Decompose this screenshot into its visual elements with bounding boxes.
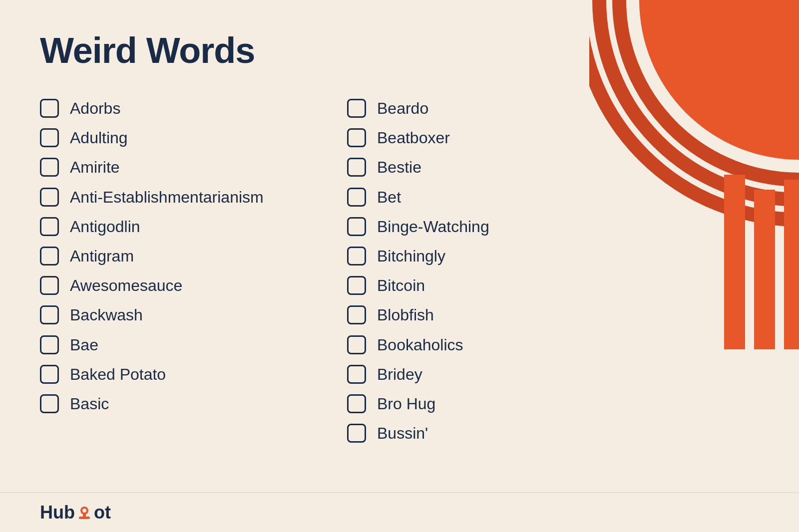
list-item[interactable]: Antigodlin <box>40 213 307 241</box>
word-label: Bookaholics <box>377 334 463 356</box>
word-label: Awesomesauce <box>70 275 182 296</box>
main-container: Weird Words Adorbs Adulting Amirite Anti… <box>0 0 799 532</box>
checkbox[interactable] <box>40 365 59 384</box>
word-label: Backwash <box>70 304 143 326</box>
checkbox[interactable] <box>40 188 59 207</box>
list-item[interactable]: Bet <box>347 184 614 211</box>
checkbox[interactable] <box>40 335 59 354</box>
svg-rect-10 <box>79 517 90 519</box>
list-item[interactable]: Binge-Watching <box>347 213 614 241</box>
checkbox[interactable] <box>40 217 59 236</box>
list-item[interactable]: Amirite <box>40 154 307 181</box>
checkbox[interactable] <box>40 305 59 324</box>
checkbox[interactable] <box>347 394 366 413</box>
list-item[interactable]: Bitcoin <box>347 272 614 299</box>
checkbox[interactable] <box>347 335 366 354</box>
word-label: Bitcoin <box>377 275 425 296</box>
column-right: Beardo Beatboxer Bestie Bet Binge-Watchi… <box>347 95 614 447</box>
checkbox[interactable] <box>347 99 366 118</box>
list-item[interactable]: Blobfish <box>347 301 614 329</box>
word-label: Adulting <box>70 127 128 149</box>
word-label: Anti-Establishmentarianism <box>70 187 264 208</box>
list-item[interactable]: Beardo <box>347 95 614 122</box>
word-label: Bro Hug <box>377 393 435 415</box>
list-item[interactable]: Adorbs <box>40 95 307 122</box>
hubspot-text-hub: Hub <box>40 502 75 523</box>
list-item[interactable]: Backwash <box>40 301 307 329</box>
list-item[interactable]: Bitchingly <box>347 243 614 270</box>
list-item[interactable]: Adulting <box>40 124 307 152</box>
checkbox[interactable] <box>347 247 366 266</box>
list-item[interactable]: Baked Potato <box>40 361 307 388</box>
checkbox[interactable] <box>347 217 366 236</box>
word-label: Antigodlin <box>70 216 140 238</box>
word-label: Amirite <box>70 157 120 178</box>
columns-wrapper: Adorbs Adulting Amirite Anti-Establishme… <box>40 95 614 447</box>
word-label: Bet <box>377 187 401 208</box>
checkbox[interactable] <box>347 305 366 324</box>
list-item[interactable]: Bestie <box>347 154 614 181</box>
list-item[interactable]: Basic <box>40 390 307 418</box>
svg-point-0 <box>639 0 799 160</box>
list-item[interactable]: Bridey <box>347 361 614 388</box>
word-label: Adorbs <box>70 98 120 119</box>
checkbox[interactable] <box>40 99 59 118</box>
checkbox[interactable] <box>40 158 59 177</box>
checkbox[interactable] <box>347 188 366 207</box>
list-item[interactable]: Bro Hug <box>347 390 614 418</box>
list-item[interactable]: Bae <box>40 331 307 359</box>
word-label: Binge-Watching <box>377 216 489 238</box>
list-item[interactable]: Awesomesauce <box>40 272 307 299</box>
word-label: Basic <box>70 393 109 415</box>
word-label: Bussin' <box>377 423 428 444</box>
list-item[interactable]: Bookaholics <box>347 331 614 359</box>
svg-point-8 <box>82 509 86 513</box>
list-item[interactable]: Beatboxer <box>347 124 614 152</box>
word-label: Bestie <box>377 157 421 178</box>
checkbox[interactable] <box>40 394 59 413</box>
checkbox[interactable] <box>347 276 366 295</box>
list-item[interactable]: Anti-Establishmentarianism <box>40 184 307 211</box>
svg-rect-4 <box>724 175 745 349</box>
word-label: Antigram <box>70 246 134 267</box>
footer: Hub ot <box>0 492 799 532</box>
word-label: Bae <box>70 334 98 356</box>
decoration-arcs <box>589 0 799 349</box>
hubspot-text-pot: ot <box>94 502 111 523</box>
checkbox[interactable] <box>347 365 366 384</box>
hubspot-spot-icon <box>75 504 94 523</box>
checkbox[interactable] <box>40 247 59 266</box>
word-label: Bridey <box>377 364 422 385</box>
checkbox[interactable] <box>347 424 366 443</box>
checkbox[interactable] <box>347 128 366 147</box>
hubspot-logo: Hub ot <box>40 502 111 523</box>
word-label: Beatboxer <box>377 127 450 149</box>
checkbox[interactable] <box>40 276 59 295</box>
checkbox[interactable] <box>40 128 59 147</box>
svg-rect-6 <box>784 180 799 349</box>
word-label: Blobfish <box>377 304 434 326</box>
column-left: Adorbs Adulting Amirite Anti-Establishme… <box>40 95 307 447</box>
word-label: Bitchingly <box>377 246 445 267</box>
svg-rect-5 <box>754 190 775 349</box>
checkbox[interactable] <box>347 158 366 177</box>
list-item[interactable]: Antigram <box>40 243 307 270</box>
word-label: Beardo <box>377 98 428 119</box>
list-item[interactable]: Bussin' <box>347 420 614 447</box>
word-label: Baked Potato <box>70 364 166 385</box>
